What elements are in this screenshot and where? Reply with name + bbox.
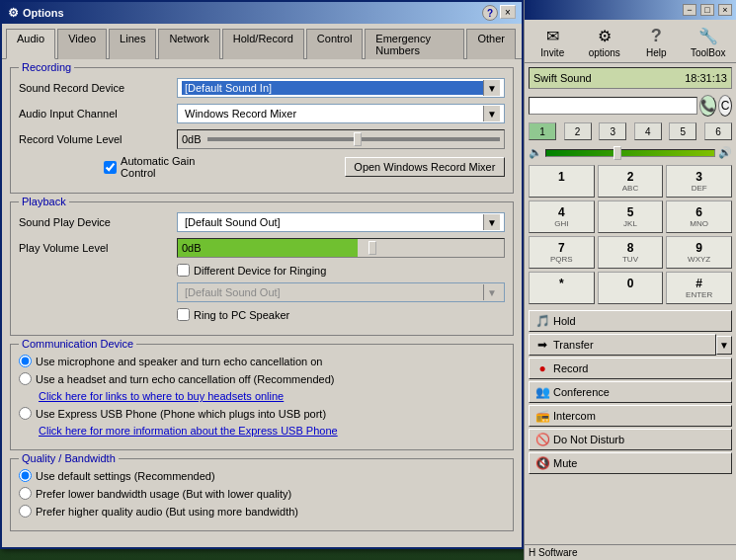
sound-play-device-label: Sound Play Device [19, 216, 177, 228]
dial-input[interactable] [529, 97, 697, 115]
record-volume-value: 0dB [182, 133, 202, 145]
help-label: Help [646, 47, 667, 58]
record-volume-track [207, 137, 500, 141]
transfer-dropdown-button[interactable]: ▼ [716, 336, 732, 355]
phone-minimize-button[interactable]: − [683, 4, 696, 16]
line-btn-2[interactable]: 2 [564, 122, 592, 140]
ringing-device-arrow[interactable]: ▼ [483, 284, 500, 300]
play-volume-control: 0dB [177, 238, 505, 258]
quality-option-3-row: Prefer higher quality audio (But using m… [19, 505, 505, 518]
key-0[interactable]: 0 [598, 272, 664, 304]
conference-label: Conference [553, 386, 610, 398]
agc-checkbox-row: Automatic Gain Control [104, 155, 206, 179]
key-4[interactable]: 4GHI [529, 200, 595, 233]
phone-close-button[interactable]: × [718, 4, 732, 16]
line-btn-3[interactable]: 3 [599, 122, 626, 140]
tab-control[interactable]: Control [306, 29, 363, 59]
mute-icon: 🔇 [535, 456, 549, 470]
line-btn-6[interactable]: 6 [704, 122, 732, 140]
sound-play-device-arrow[interactable]: ▼ [483, 214, 500, 230]
quality-option-3-radio[interactable] [19, 505, 32, 518]
key-8[interactable]: 8TUV [598, 236, 664, 269]
ring-pc-speaker-row: Ring to PC Speaker [19, 308, 505, 321]
play-volume-thumb[interactable] [368, 241, 376, 255]
key-9[interactable]: 9WXYZ [666, 236, 732, 269]
tab-hold-record[interactable]: Hold/Record [222, 29, 304, 59]
tab-emergency-numbers[interactable]: Emergency Numbers [365, 29, 464, 59]
volume-row: 🔈 🔊 [525, 144, 736, 161]
dialog-close-button[interactable]: × [500, 5, 516, 19]
record-volume-slider[interactable]: 0dB [177, 129, 505, 149]
agc-checkbox[interactable] [104, 161, 117, 174]
line-btn-5[interactable]: 5 [669, 122, 696, 140]
mute-label: Mute [553, 457, 577, 469]
mute-button[interactable]: 🔇 Mute [529, 452, 732, 474]
play-volume-slider[interactable]: 0dB [177, 238, 505, 258]
tab-video[interactable]: Video [57, 29, 107, 59]
toolbar-toolbox[interactable]: 🔧 ToolBox [689, 24, 728, 58]
tab-network[interactable]: Network [158, 29, 219, 59]
quality-option-1-radio[interactable] [19, 469, 32, 482]
conference-icon: 👥 [535, 385, 549, 399]
volume-bar[interactable] [545, 149, 715, 157]
tab-other[interactable]: Other [466, 29, 516, 59]
sound-record-device-arrow[interactable]: ▼ [483, 80, 500, 96]
record-volume-thumb[interactable] [354, 132, 362, 146]
transfer-row: ➡ Transfer ▼ [529, 334, 732, 356]
comm-option-3-radio[interactable] [19, 407, 32, 420]
audio-input-channel-arrow[interactable]: ▼ [483, 106, 500, 121]
phone-maximize-button[interactable]: □ [700, 4, 714, 16]
audio-input-channel-select[interactable]: Windows Record Mixer ▼ [177, 104, 505, 123]
intercom-label: Intercom [553, 410, 596, 422]
key-2[interactable]: 2ABC [598, 165, 664, 198]
comm-option-2-radio[interactable] [19, 372, 32, 385]
dialog-help-button[interactable]: ? [482, 5, 498, 21]
key-1[interactable]: 1 [529, 165, 595, 198]
toolbar-help[interactable]: ? Help [636, 24, 676, 58]
different-device-checkbox[interactable] [177, 264, 190, 277]
tab-lines[interactable]: Lines [109, 29, 156, 59]
sound-play-device-control: [Default Sound Out] ▼ [177, 212, 505, 232]
ring-pc-speaker-checkbox[interactable] [177, 308, 190, 321]
key-5[interactable]: 5JKL [598, 200, 664, 233]
options-toolbar-icon: ⚙ [593, 24, 616, 47]
express-usb-link[interactable]: Click here for more information about th… [39, 425, 505, 437]
comm-option-1-radio[interactable] [19, 355, 32, 367]
key-6[interactable]: 6MNO [666, 200, 732, 233]
comm-device-label: Communication Device [19, 338, 136, 350]
line-btn-1[interactable]: 1 [529, 122, 556, 140]
intercom-button[interactable]: 📻 Intercom [529, 405, 732, 427]
line-btn-4[interactable]: 4 [634, 122, 662, 140]
sound-play-device-select[interactable]: [Default Sound Out] ▼ [177, 212, 505, 232]
quality-option-3-label: Prefer higher quality audio (But using m… [36, 506, 298, 518]
different-device-checkbox-row: Different Device for Ringing [177, 264, 326, 277]
conference-button[interactable]: 👥 Conference [529, 381, 732, 403]
record-volume-control: 0dB [177, 129, 505, 149]
options-toolbar-label: options [589, 47, 620, 58]
call-button[interactable]: 📞 [699, 95, 716, 117]
key-hash[interactable]: #ENTER [666, 272, 732, 304]
tab-audio[interactable]: Audio [6, 29, 55, 59]
sound-record-device-select[interactable]: [Default Sound In] ▼ [177, 78, 505, 98]
hold-button[interactable]: 🎵 Hold [529, 310, 732, 332]
ringing-device-row: [Default Sound Out] ▼ [19, 282, 505, 302]
toolbar-invite[interactable]: ✉ Invite [532, 24, 572, 58]
comm-option-2-label: Use a headset and turn echo cancellation… [36, 373, 334, 385]
dnd-button[interactable]: 🚫 Do Not Disturb [529, 429, 732, 450]
comm-option-3-label: Use Express USB Phone (Phone which plugs… [36, 408, 326, 420]
key-star[interactable]: * [529, 272, 595, 304]
phone-toolbar: ✉ Invite ⚙ options ? Help 🔧 ToolBox [525, 20, 736, 63]
record-button[interactable]: ● Record [529, 358, 732, 379]
key-7[interactable]: 7PQRS [529, 236, 595, 269]
different-device-label: Different Device for Ringing [194, 265, 326, 277]
headset-link[interactable]: Click here for links to where to buy hea… [39, 390, 505, 402]
phone-panel: − □ × ✉ Invite ⚙ options ? Help 🔧 ToolBo… [524, 0, 736, 560]
quality-option-2-radio[interactable] [19, 487, 32, 500]
clear-button[interactable]: C [718, 95, 732, 117]
open-mixer-button[interactable]: Open Windows Record Mixer [345, 157, 505, 177]
ringing-device-select[interactable]: [Default Sound Out] ▼ [177, 282, 505, 302]
toolbar-options[interactable]: ⚙ options [585, 24, 624, 58]
key-3[interactable]: 3DEF [666, 165, 732, 198]
volume-thumb[interactable] [613, 146, 621, 160]
transfer-button[interactable]: ➡ Transfer [529, 334, 716, 356]
